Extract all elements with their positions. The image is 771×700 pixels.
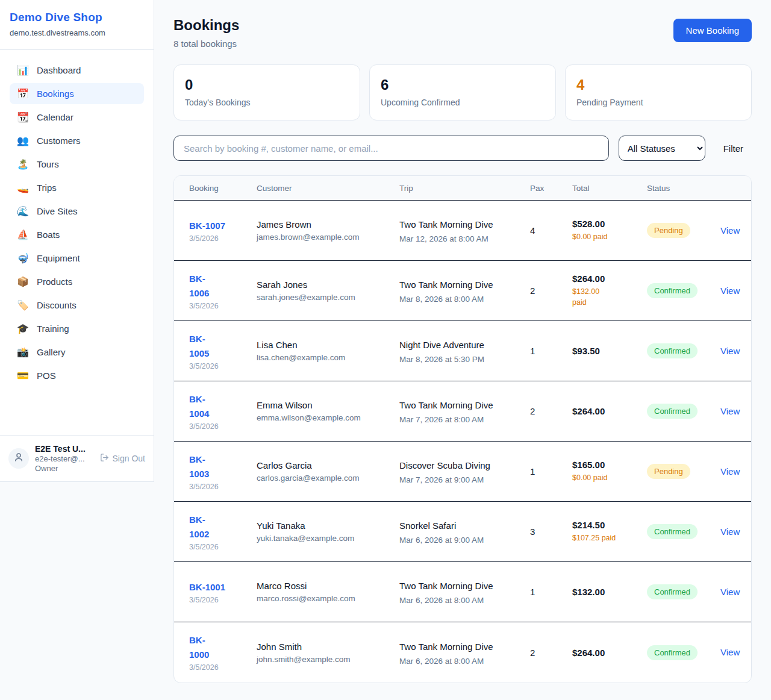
booking-date: 3/5/2026 xyxy=(189,422,248,431)
sidebar-item-customers[interactable]: 👥 Customers xyxy=(10,130,144,151)
customer-name: Marco Rossi xyxy=(257,581,391,591)
booking-id-link[interactable]: BK- 1002 xyxy=(189,513,209,542)
pax-value: 1 xyxy=(530,346,572,356)
sidebar-item-calendar[interactable]: 📆 Calendar xyxy=(10,107,144,128)
customer-email: james.brown@example.com xyxy=(257,233,391,242)
trip-name: Night Dive Adventure xyxy=(399,338,507,352)
booking-id-link[interactable]: BK- 1003 xyxy=(189,452,209,481)
sidebar-item-gallery[interactable]: 📸 Gallery xyxy=(10,342,144,363)
sidebar-item-pos[interactable]: 💳 POS xyxy=(10,365,144,386)
pax-value: 3 xyxy=(530,527,572,537)
diving-mask-icon: 🤿 xyxy=(17,254,29,263)
sign-out-button[interactable]: Sign Out xyxy=(100,453,145,464)
avatar xyxy=(8,448,29,469)
booking-date: 3/5/2026 xyxy=(189,302,248,310)
total-amount: $264.00 xyxy=(572,406,638,416)
table-body: BK-1007 3/5/2026 James Brown james.brown… xyxy=(174,201,751,683)
view-link[interactable]: View xyxy=(720,286,740,296)
status-badge: Confirmed xyxy=(647,404,698,419)
paid-amount: $0.00 paid xyxy=(572,472,638,483)
view-link[interactable]: View xyxy=(720,527,740,537)
page-header-text: Bookings 8 total bookings xyxy=(173,17,239,49)
sidebar-item-products[interactable]: 📦 Products xyxy=(10,271,144,292)
trip-datetime: Mar 6, 2026 at 8:00 AM xyxy=(399,657,522,666)
status-badge: Confirmed xyxy=(647,343,698,358)
paid-amount: $132.00 paid xyxy=(572,286,638,308)
status-badge: Pending xyxy=(647,464,690,479)
view-link[interactable]: View xyxy=(720,225,740,236)
paid-amount: $0.00 paid xyxy=(572,231,638,242)
new-booking-button[interactable]: New Booking xyxy=(673,19,752,42)
pax-value: 2 xyxy=(530,406,572,416)
total-amount: $165.00 xyxy=(572,460,638,470)
shop-domain: demo.test.divestreams.com xyxy=(10,28,144,37)
filter-button[interactable]: Filter xyxy=(715,143,752,154)
page-subtitle: 8 total bookings xyxy=(173,39,239,49)
sidebar-item-equipment[interactable]: 🤿 Equipment xyxy=(10,248,144,269)
pax-value: 2 xyxy=(530,648,572,658)
booking-id-link[interactable]: BK-1007 xyxy=(189,219,225,233)
view-link[interactable]: View xyxy=(720,406,740,416)
sidebar-item-bookings[interactable]: 📅 Bookings xyxy=(10,83,144,104)
sailboat-icon: ⛵ xyxy=(17,230,29,240)
table-row: BK- 1006 3/5/2026 Sarah Jones sarah.jone… xyxy=(174,261,751,321)
booking-date: 3/5/2026 xyxy=(189,543,248,551)
stats-row: 0 Today's Bookings 6 Upcoming Confirmed … xyxy=(173,64,752,120)
trip-datetime: Mar 6, 2026 at 9:00 AM xyxy=(399,536,522,545)
customer-name: Lisa Chen xyxy=(257,340,391,350)
trip-datetime: Mar 7, 2026 at 9:00 AM xyxy=(399,475,522,484)
sidebar-item-trips[interactable]: 🚤 Trips xyxy=(10,177,144,198)
view-link[interactable]: View xyxy=(720,587,740,597)
booking-date: 3/5/2026 xyxy=(189,362,248,370)
total-amount: $93.50 xyxy=(572,346,638,356)
customer-email: emma.wilson@example.com xyxy=(257,413,391,422)
page-header: Bookings 8 total bookings New Booking xyxy=(173,17,752,49)
view-link[interactable]: View xyxy=(720,346,740,356)
trip-name: Snorkel Safari xyxy=(399,519,507,533)
booking-date: 3/5/2026 xyxy=(189,483,248,491)
sidebar-item-dive-sites[interactable]: 🌊 Dive Sites xyxy=(10,201,144,222)
sidebar-user-section: E2E Test U... e2e-tester@... Owner Sign … xyxy=(0,435,154,481)
pax-value: 4 xyxy=(530,225,572,236)
column-header-status: Status xyxy=(647,184,720,193)
status-select[interactable]: All Statuses xyxy=(619,136,705,161)
search-input[interactable] xyxy=(173,136,609,161)
trip-datetime: Mar 6, 2026 at 8:00 AM xyxy=(399,596,522,605)
island-icon: 🏝️ xyxy=(17,160,29,169)
booking-id-link[interactable]: BK- 1006 xyxy=(189,272,209,301)
status-badge: Confirmed xyxy=(647,584,698,599)
sidebar-item-tours[interactable]: 🏝️ Tours xyxy=(10,154,144,175)
speedboat-icon: 🚤 xyxy=(17,183,29,193)
view-link[interactable]: View xyxy=(720,647,740,657)
customer-email: lisa.chen@example.com xyxy=(257,353,391,362)
main-content: Bookings 8 total bookings New Booking 0 … xyxy=(154,0,771,700)
table-row: BK- 1005 3/5/2026 Lisa Chen lisa.chen@ex… xyxy=(174,321,751,381)
booking-id-link[interactable]: BK- 1004 xyxy=(189,392,209,421)
booking-id-link[interactable]: BK- 1000 xyxy=(189,633,209,662)
column-header-booking: Booking xyxy=(189,184,257,193)
booking-date: 3/5/2026 xyxy=(189,596,248,604)
sidebar-item-boats[interactable]: ⛵ Boats xyxy=(10,224,144,245)
stat-label: Pending Payment xyxy=(576,98,740,107)
sidebar-item-discounts[interactable]: 🏷️ Discounts xyxy=(10,295,144,316)
sidebar-item-training[interactable]: 🎓 Training xyxy=(10,318,144,339)
booking-id-link[interactable]: BK-1001 xyxy=(189,580,225,595)
status-badge: Pending xyxy=(647,223,690,238)
customer-email: sarah.jones@example.com xyxy=(257,293,391,302)
table-row: BK- 1000 3/5/2026 John Smith john.smith@… xyxy=(174,622,751,683)
customer-name: Emma Wilson xyxy=(257,400,391,410)
user-role: Owner xyxy=(35,464,94,473)
column-header-trip: Trip xyxy=(399,184,530,193)
view-link[interactable]: View xyxy=(720,466,740,477)
total-amount: $528.00 xyxy=(572,219,638,229)
sidebar-item-dashboard[interactable]: 📊 Dashboard xyxy=(10,60,144,81)
total-amount: $132.00 xyxy=(572,587,638,597)
booking-id-link[interactable]: BK- 1005 xyxy=(189,332,209,361)
total-amount: $264.00 xyxy=(572,273,638,284)
filter-row: All Statuses Filter xyxy=(173,136,752,161)
customer-name: Sarah Jones xyxy=(257,280,391,290)
credit-card-icon: 💳 xyxy=(17,371,29,381)
sign-out-icon xyxy=(100,453,109,464)
column-header-pax: Pax xyxy=(530,184,572,193)
bar-chart-icon: 📊 xyxy=(17,66,29,75)
